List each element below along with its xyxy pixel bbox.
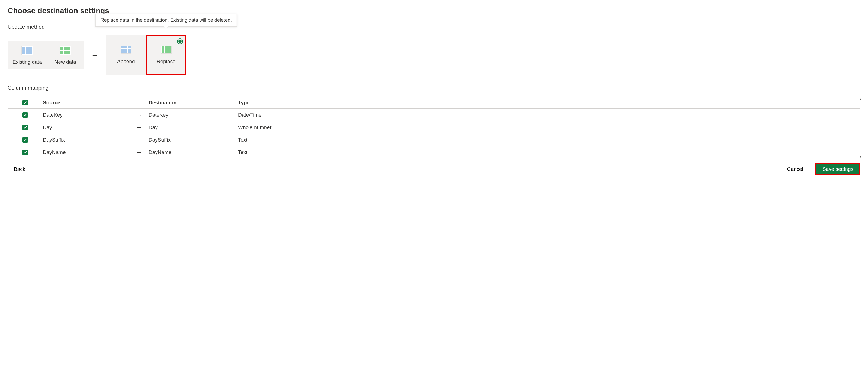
back-button[interactable]: Back — [8, 163, 31, 176]
column-mapping-section: Column mapping Source Destination Type D… — [8, 85, 860, 159]
header-source: Source — [43, 100, 130, 106]
select-all-checkbox[interactable] — [23, 100, 28, 105]
new-data-card: New data — [52, 46, 79, 65]
arrow-right-icon: → — [130, 124, 149, 131]
new-data-label: New data — [55, 59, 76, 65]
update-method-row: Existing data New data → Append Replace … — [8, 35, 860, 75]
source-cell: DaySuffix — [43, 137, 130, 143]
footer: Back Cancel Save settings — [8, 163, 860, 176]
method-options: Append Replace data in the destination. … — [106, 35, 186, 75]
data-cards: Existing data New data — [8, 41, 84, 69]
existing-data-card: Existing data — [12, 46, 42, 65]
scroll-up-icon[interactable]: ▲ — [859, 98, 862, 101]
type-cell: Text — [238, 137, 860, 143]
mapping-header-row: Source Destination Type — [8, 97, 860, 109]
append-option[interactable]: Append — [106, 35, 146, 75]
source-cell: DayName — [43, 149, 130, 155]
row-checkbox[interactable] — [23, 112, 28, 118]
destination-cell: Day — [149, 124, 238, 130]
mapping-row: DaySuffix → DaySuffix Text — [8, 134, 860, 146]
table-blue-icon — [121, 45, 131, 54]
source-cell: Day — [43, 124, 130, 130]
existing-data-label: Existing data — [12, 59, 42, 65]
append-label: Append — [117, 59, 135, 65]
destination-cell: DayName — [149, 149, 238, 155]
type-cell: Date/Time — [238, 112, 860, 118]
mapping-row: DayName → DayName Text — [8, 146, 860, 159]
destination-cell: DateKey — [149, 112, 238, 118]
arrow-right-icon: → — [91, 51, 98, 59]
destination-cell: DaySuffix — [149, 137, 238, 143]
table-green-icon — [60, 46, 71, 55]
scroll-down-icon[interactable]: ▼ — [859, 155, 862, 158]
mapping-grid: Source Destination Type DateKey → DateKe… — [8, 97, 860, 159]
header-destination: Destination — [149, 100, 238, 106]
radio-selected-icon — [177, 38, 183, 44]
mapping-row: DateKey → DateKey Date/Time — [8, 109, 860, 121]
replace-label: Replace — [157, 59, 176, 65]
type-cell: Text — [238, 149, 860, 155]
header-type: Type — [238, 100, 860, 106]
mapping-row: Day → Day Whole number — [8, 121, 860, 134]
save-settings-button[interactable]: Save settings — [815, 163, 860, 176]
arrow-right-icon: → — [130, 149, 149, 156]
arrow-right-icon: → — [130, 136, 149, 144]
cancel-button[interactable]: Cancel — [781, 163, 809, 176]
table-green-icon — [161, 45, 172, 54]
replace-option[interactable]: Replace data in the destination. Existin… — [146, 35, 186, 75]
row-checkbox[interactable] — [23, 125, 28, 130]
arrow-right-icon: → — [130, 112, 149, 119]
replace-tooltip: Replace data in the destination. Existin… — [95, 14, 237, 27]
source-cell: DateKey — [43, 112, 130, 118]
type-cell: Whole number — [238, 124, 860, 130]
column-mapping-label: Column mapping — [8, 85, 860, 91]
scrollbar[interactable]: ▲ ▼ — [859, 97, 862, 159]
row-checkbox[interactable] — [23, 150, 28, 155]
table-blue-icon — [22, 46, 33, 55]
row-checkbox[interactable] — [23, 137, 28, 143]
